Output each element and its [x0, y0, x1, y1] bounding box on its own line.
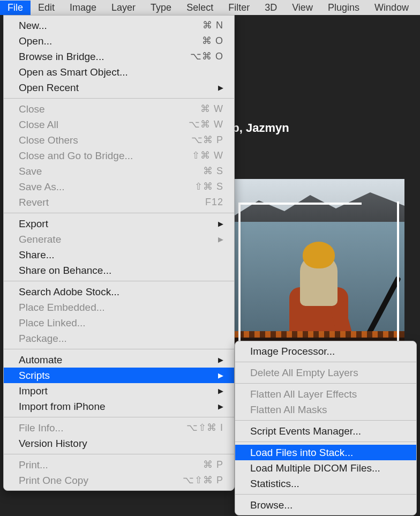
menu-plugins[interactable]: Plugins: [320, 1, 367, 15]
file-dropdown: New...⌘ NOpen...⌘ OBrowse in Bridge...⌥⌘…: [3, 15, 235, 491]
menu-item-label: Open...: [19, 34, 52, 48]
menu-item-label: Print...: [19, 458, 48, 472]
scripts-submenu-item[interactable]: Script Events Manager...: [235, 423, 416, 439]
menu-separator: [235, 494, 416, 495]
menu-item-label: Import from iPhone: [19, 400, 106, 413]
shortcut-text: F12: [205, 196, 223, 209]
menu-edit[interactable]: Edit: [31, 1, 62, 15]
scripts-submenu-item[interactable]: Load Files into Stack...: [235, 445, 416, 460]
menu-type[interactable]: Type: [143, 1, 179, 15]
scripts-submenu-item: Delete All Empty Layers: [235, 365, 416, 380]
menu-item-label: Export: [19, 217, 48, 230]
menu-layer[interactable]: Layer: [104, 1, 143, 15]
menu-item-label: Browse in Bridge...: [19, 50, 104, 63]
menu-item-label: Revert: [19, 196, 49, 209]
menu-item-label: Version History: [19, 437, 87, 450]
menu-separator: [4, 417, 234, 417]
file-menu-item[interactable]: Automate▶: [4, 352, 234, 368]
submenu-arrow-icon: ▶: [218, 233, 223, 246]
menu-separator: [4, 454, 234, 454]
file-menu-item[interactable]: Version History: [4, 436, 234, 451]
file-menu-item[interactable]: Scripts▶: [4, 368, 234, 383]
menu-separator: [235, 362, 416, 362]
menu-item-label: Save: [19, 164, 42, 178]
menu-view[interactable]: View: [284, 1, 320, 15]
menu-item-label: Open as Smart Object...: [19, 65, 128, 79]
shortcut-text: ⌥⇧⌘ I: [186, 421, 223, 435]
menu-image[interactable]: Image: [62, 1, 104, 15]
menu-item-label: Close: [19, 102, 45, 116]
menu-item-label: Place Linked...: [19, 316, 86, 330]
menu-item-label: Share...: [19, 248, 55, 261]
file-menu-item[interactable]: Open as Smart Object...: [4, 64, 234, 80]
file-menu-item: Place Embedded...: [4, 300, 234, 315]
menu-item-label: Import: [19, 384, 48, 398]
file-menu-item: Close All⌥⌘ W: [4, 117, 234, 132]
file-menu-item[interactable]: Browse in Bridge...⌥⌘ O: [4, 49, 234, 64]
file-menu-item: Print...⌘ P: [4, 457, 234, 473]
menu-separator: [4, 349, 234, 349]
file-menu-item[interactable]: Open Recent▶: [4, 80, 234, 95]
menu-separator: [4, 98, 234, 99]
menu-file[interactable]: File: [0, 1, 31, 15]
file-menu-item[interactable]: Search Adobe Stock...: [4, 284, 234, 300]
scripts-submenu-item: Flatten All Layer Effects: [235, 386, 416, 402]
submenu-arrow-icon: ▶: [218, 353, 223, 367]
menu-item-label: Generate: [19, 233, 61, 246]
menu-item-label: Save As...: [19, 180, 65, 193]
file-menu-item[interactable]: Export▶: [4, 216, 234, 231]
file-menu-item: RevertF12: [4, 195, 234, 210]
file-menu-item: Close Others⌥⌘ P: [4, 132, 234, 148]
scripts-submenu-item: Flatten All Masks: [235, 402, 416, 417]
file-menu-item[interactable]: Open...⌘ O: [4, 33, 234, 49]
menu-item-label: Load Files into Stack...: [250, 446, 353, 459]
menu-separator: [235, 383, 416, 384]
file-menu-item: Close⌘ W: [4, 101, 234, 117]
file-menu-item[interactable]: Import▶: [4, 383, 234, 399]
menu-item-label: Print One Copy: [19, 474, 88, 487]
menu-item-label: Scripts: [19, 369, 50, 382]
menu-select[interactable]: Select: [179, 1, 221, 15]
shortcut-text: ⌥⇧⌘ P: [183, 474, 223, 487]
menu-item-label: Browse...: [250, 498, 292, 512]
file-menu-item: File Info...⌥⇧⌘ I: [4, 420, 234, 436]
shortcut-text: ⇧⌘ W: [192, 149, 223, 162]
shortcut-text: ⌥⌘ P: [191, 133, 223, 147]
scripts-submenu-item[interactable]: Image Processor...: [235, 343, 416, 359]
shortcut-text: ⌥⌘ W: [189, 118, 223, 131]
menu-3d[interactable]: 3D: [257, 1, 284, 15]
file-menu-item: Close and Go to Bridge...⇧⌘ W: [4, 148, 234, 163]
crop-marks-icon: [276, 201, 399, 343]
file-menu-item[interactable]: Share...: [4, 247, 234, 263]
menu-item-label: Open Recent: [19, 81, 79, 94]
menu-item-label: Script Events Manager...: [250, 424, 361, 438]
shortcut-text: ⇧⌘ S: [194, 180, 223, 193]
submenu-arrow-icon: ▶: [218, 369, 223, 382]
canvas-photo: [233, 179, 404, 357]
menu-item-label: Load Multiple DICOM Files...: [250, 461, 380, 475]
submenu-arrow-icon: ▶: [218, 81, 223, 94]
menu-item-label: Package...: [19, 332, 67, 345]
menu-item-label: Search Adobe Stock...: [19, 285, 119, 298]
menu-item-label: Statistics...: [250, 477, 299, 490]
file-menu-item: Place Linked...: [4, 315, 234, 331]
menu-item-label: Share on Behance...: [19, 264, 111, 277]
file-menu-item[interactable]: Share on Behance...: [4, 263, 234, 278]
file-menu-item: Package...: [4, 331, 234, 346]
file-menu-item[interactable]: Import from iPhone▶: [4, 399, 234, 414]
file-menu-item: Save As...⇧⌘ S: [4, 179, 234, 195]
scripts-submenu: Image Processor...Delete All Empty Layer…: [235, 341, 417, 515]
submenu-arrow-icon: ▶: [218, 400, 223, 413]
menu-separator: [235, 442, 416, 442]
menu-window[interactable]: Window: [367, 1, 416, 15]
scripts-submenu-item[interactable]: Browse...: [235, 497, 416, 513]
shortcut-text: ⌘ O: [202, 34, 223, 48]
menu-item-label: Close Others: [19, 133, 78, 147]
menu-item-label: Automate: [19, 353, 62, 367]
menu-item-label: Close All: [19, 118, 58, 131]
menu-filter[interactable]: Filter: [221, 1, 257, 15]
scripts-submenu-item[interactable]: Statistics...: [235, 476, 416, 491]
file-menu-item: Generate▶: [4, 231, 234, 247]
scripts-submenu-item[interactable]: Load Multiple DICOM Files...: [235, 460, 416, 476]
file-menu-item[interactable]: New...⌘ N: [4, 18, 234, 33]
